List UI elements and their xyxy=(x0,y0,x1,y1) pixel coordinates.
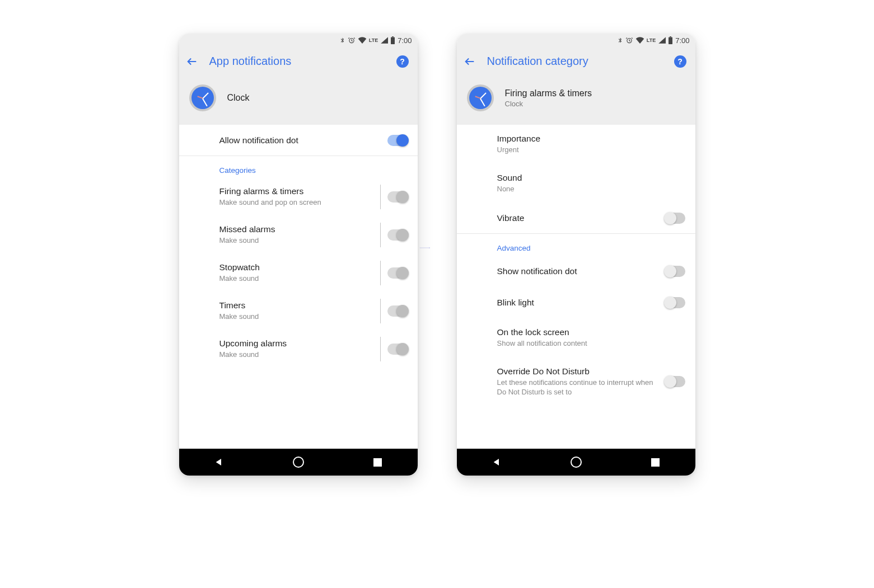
vibrate-label: Vibrate xyxy=(497,213,661,223)
clock-app-icon xyxy=(189,84,216,111)
importance-value: Urgent xyxy=(497,145,681,155)
help-button[interactable]: ? xyxy=(396,55,409,68)
allow-dot-label: Allow notification dot xyxy=(219,135,383,145)
category-label: Upcoming alarms xyxy=(219,338,372,349)
category-switch[interactable] xyxy=(387,305,408,317)
battery-icon xyxy=(668,36,673,44)
nav-recents-button[interactable] xyxy=(367,451,389,473)
importance-row[interactable]: Importance Urgent xyxy=(457,125,695,164)
bluetooth-icon xyxy=(617,36,623,44)
content: Importance Urgent Sound None Vibrate Adv… xyxy=(457,125,695,449)
battery-icon xyxy=(390,36,395,44)
app-name-sub: Clock xyxy=(505,100,592,108)
arrow-left-icon xyxy=(464,55,476,68)
category-upcoming-alarms[interactable]: Upcoming alarms Make sound xyxy=(179,330,418,368)
lte-label: LTE xyxy=(369,37,378,43)
category-label: Firing alarms & timers xyxy=(219,186,372,196)
square-recents-icon xyxy=(651,458,660,467)
phone-left: LTE 7:00 App notifications ? Clock xyxy=(179,34,418,476)
lock-screen-row[interactable]: On the lock screen Show all notification… xyxy=(457,318,695,357)
android-navbar xyxy=(457,449,695,476)
blink-switch[interactable] xyxy=(665,297,685,308)
nav-home-button[interactable] xyxy=(287,451,310,473)
help-icon: ? xyxy=(677,57,683,66)
blink-label: Blink light xyxy=(497,298,661,308)
app-name: Clock xyxy=(227,93,250,103)
show-dot-switch[interactable] xyxy=(665,266,685,277)
arrow-left-icon xyxy=(186,55,198,68)
content: Allow notification dot Categories Firing… xyxy=(179,125,418,449)
nav-recents-button[interactable] xyxy=(644,451,667,473)
dnd-value: Let these notifications continue to inte… xyxy=(497,378,661,397)
lockscreen-value: Show all notification content xyxy=(497,338,681,349)
categories-header: Categories xyxy=(179,156,418,178)
category-switch[interactable] xyxy=(387,229,408,241)
category-timers[interactable]: Timers Make sound xyxy=(179,292,418,330)
category-sub: Make sound xyxy=(219,350,372,360)
nav-back-button[interactable] xyxy=(208,451,230,473)
divider-icon xyxy=(380,261,381,285)
category-switch[interactable] xyxy=(387,344,408,355)
category-sub: Make sound xyxy=(219,236,372,246)
square-recents-icon xyxy=(373,458,382,467)
android-navbar xyxy=(179,449,418,476)
divider-icon xyxy=(380,185,381,209)
circle-home-icon xyxy=(571,457,582,468)
advanced-header: Advanced xyxy=(457,234,695,256)
svg-rect-2 xyxy=(392,36,394,37)
category-sub: Make sound xyxy=(219,274,372,284)
status-time: 7:00 xyxy=(675,36,689,45)
blink-light-row[interactable]: Blink light xyxy=(457,287,695,318)
nav-home-button[interactable] xyxy=(565,451,587,473)
clock-app-icon xyxy=(467,84,494,111)
category-firing-alarms[interactable]: Firing alarms & timers Make sound and po… xyxy=(179,178,418,216)
divider-icon xyxy=(380,337,381,361)
app-bar: Notification category ? xyxy=(457,47,695,76)
app-bar: App notifications ? xyxy=(179,47,418,76)
app-header: Firing alarms & timers Clock xyxy=(457,76,695,125)
status-bar: LTE 7:00 xyxy=(179,34,418,47)
nav-back-button[interactable] xyxy=(485,451,508,473)
importance-label: Importance xyxy=(497,134,681,144)
sound-value: None xyxy=(497,184,681,194)
category-sub: Make sound xyxy=(219,312,372,322)
category-switch[interactable] xyxy=(387,267,408,279)
alarm-icon xyxy=(625,36,633,44)
allow-notification-dot-row[interactable]: Allow notification dot xyxy=(179,125,418,156)
dnd-label: Override Do Not Disturb xyxy=(497,366,661,377)
channel-name: Firing alarms & timers xyxy=(505,88,592,98)
lte-label: LTE xyxy=(647,37,656,43)
app-header: Clock xyxy=(179,76,418,125)
signal-icon xyxy=(380,37,388,44)
circle-home-icon xyxy=(293,457,304,468)
signal-icon xyxy=(658,37,666,44)
category-switch[interactable] xyxy=(387,191,408,203)
allow-dot-switch[interactable] xyxy=(387,135,408,146)
triangle-back-icon xyxy=(492,458,501,467)
wifi-icon xyxy=(635,37,644,44)
alarm-icon xyxy=(348,36,356,44)
category-stopwatch[interactable]: Stopwatch Make sound xyxy=(179,254,418,292)
svg-rect-4 xyxy=(669,37,672,44)
page-title: Notification category xyxy=(487,55,663,68)
status-bar: LTE 7:00 xyxy=(457,34,695,47)
divider-icon xyxy=(380,223,381,247)
sound-row[interactable]: Sound None xyxy=(457,164,695,203)
back-button[interactable] xyxy=(464,55,476,68)
sound-label: Sound xyxy=(497,173,681,183)
show-notification-dot-row[interactable]: Show notification dot xyxy=(457,256,695,287)
vibrate-switch[interactable] xyxy=(665,213,685,224)
category-label: Timers xyxy=(219,300,372,311)
bluetooth-icon xyxy=(339,36,345,44)
wifi-icon xyxy=(358,37,367,44)
svg-rect-1 xyxy=(391,37,395,44)
help-button[interactable]: ? xyxy=(674,55,686,68)
status-time: 7:00 xyxy=(398,36,412,45)
help-icon: ? xyxy=(400,57,405,66)
flow-arrow-icon xyxy=(361,247,489,248)
vibrate-row[interactable]: Vibrate xyxy=(457,203,695,234)
dnd-switch[interactable] xyxy=(665,376,685,387)
override-dnd-row[interactable]: Override Do Not Disturb Let these notifi… xyxy=(457,357,695,406)
lockscreen-label: On the lock screen xyxy=(497,327,681,337)
back-button[interactable] xyxy=(186,55,198,68)
